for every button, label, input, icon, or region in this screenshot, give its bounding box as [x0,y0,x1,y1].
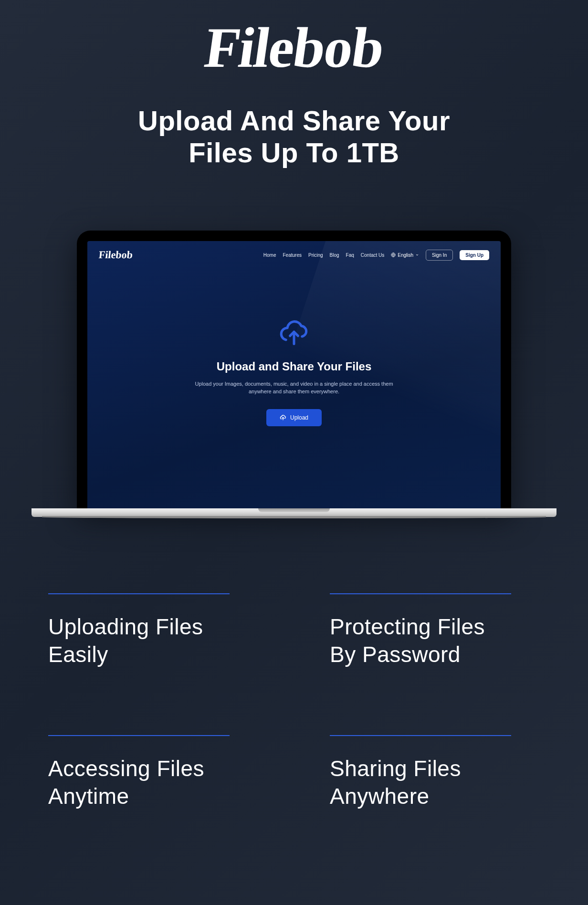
nav-features[interactable]: Features [283,253,302,258]
chevron-down-icon [415,253,419,257]
nav-pricing[interactable]: Pricing [308,253,323,258]
cloud-upload-icon [277,320,311,348]
nav-faq[interactable]: Faq [346,253,354,258]
feature-line-2: Easily [48,642,108,667]
nav-home[interactable]: Home [263,253,276,258]
hero-subtitle: Upload your Images, documents, music, an… [194,380,394,396]
sign-in-button[interactable]: Sign In [426,250,453,261]
laptop-base [32,508,556,517]
divider [330,735,511,736]
divider [330,593,511,594]
app-brand-logo[interactable]: Filebob [98,249,134,261]
feature-line-1: Sharing Files [330,756,461,781]
feature-grid: Uploading Files Easily Protecting Files … [48,593,540,810]
product-logo: Filebob [201,19,387,76]
feature-access: Accessing Files Anytime [48,735,258,810]
app-screenshot: Filebob Home Features Pricing Blog Faq C… [87,241,501,508]
laptop-mockup: Filebob Home Features Pricing Blog Faq C… [77,231,511,517]
cloud-upload-small-icon [280,415,286,421]
feature-text: Sharing Files Anywhere [330,755,540,810]
headline-line-2: Files Up To 1TB [189,137,399,168]
headline-line-1: Upload And Share Your [138,105,450,136]
laptop-frame: Filebob Home Features Pricing Blog Faq C… [77,231,511,508]
feature-line-1: Accessing Files [48,756,204,781]
upload-button[interactable]: Upload [266,409,322,426]
feature-line-2: By Password [330,642,461,667]
globe-icon [391,253,396,257]
feature-text: Protecting Files By Password [330,613,540,668]
feature-text: Uploading Files Easily [48,613,258,668]
feature-line-2: Anytime [48,784,129,809]
app-navbar: Filebob Home Features Pricing Blog Faq C… [87,241,501,266]
sign-up-button[interactable]: Sign Up [460,250,489,260]
divider [48,735,230,736]
main-headline: Upload And Share Your Files Up To 1TB [138,105,450,168]
language-selector[interactable]: English [391,253,419,258]
nav-blog[interactable]: Blog [330,253,339,258]
feature-upload: Uploading Files Easily [48,593,258,668]
divider [48,593,230,594]
feature-line-1: Uploading Files [48,614,203,639]
feature-line-1: Protecting Files [330,614,485,639]
feature-protect: Protecting Files By Password [330,593,540,668]
upload-button-label: Upload [290,414,308,421]
hero-title: Upload and Share Your Files [217,360,372,373]
feature-share: Sharing Files Anywhere [330,735,540,810]
feature-line-2: Anywhere [330,784,430,809]
feature-text: Accessing Files Anytime [48,755,258,810]
nav-contact[interactable]: Contact Us [361,253,384,258]
language-label: English [398,253,413,258]
app-hero: Upload and Share Your Files Upload your … [87,266,501,508]
